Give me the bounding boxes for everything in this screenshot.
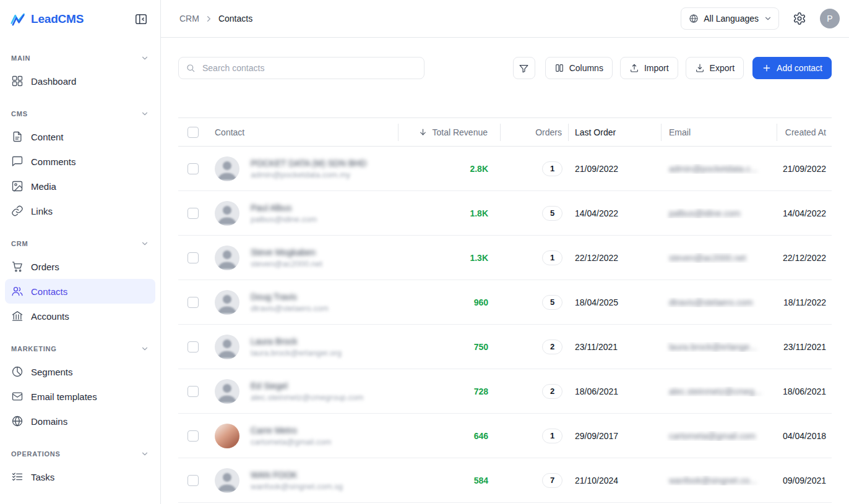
chevron-down-icon [140,54,149,62]
sidebar-item-segments[interactable]: Segments [5,359,155,384]
contact-email: wanfook@singnet.com.sg [251,482,343,491]
import-button[interactable]: Import [620,57,678,79]
columns-icon [554,63,564,73]
sidebar-item-dashboard[interactable]: Dashboard [5,69,155,93]
contact-avatar [215,290,239,315]
sidebar-item-comments[interactable]: Comments [5,149,155,174]
sidebar-collapse-button[interactable] [132,10,150,28]
total-revenue-value: 584 [399,476,501,485]
created-at-date: 22/12/2022 [777,253,832,263]
contact-name: WAN FOOK [251,470,343,480]
column-header-email[interactable]: Email [662,124,777,141]
add-contact-button-label: Add contact [777,63,822,73]
orders-badge: 1 [542,429,562,443]
app-logo[interactable]: LeadCMS [10,11,84,27]
column-header-contact[interactable]: Contact [207,124,399,141]
row-checkbox[interactable] [187,163,199,174]
sidebar-item-orders[interactable]: Orders [5,254,155,279]
table-row[interactable]: Ed Siegel alec.steinmetz@cmegroup.com 72… [178,369,832,414]
import-button-label: Import [644,63,669,73]
contact-email: palbus@idine.com [251,215,317,224]
row-checkbox[interactable] [187,208,199,219]
last-order-date: 21/10/2024 [569,476,662,485]
row-checkbox[interactable] [187,341,199,352]
breadcrumb-current: Contacts [218,14,252,23]
column-header-label: Total Revenue [432,127,488,137]
sidebar-nav: MAIN Dashboard CMS Content Comments Medi… [0,38,160,489]
sidebar-section: CRM Orders Contacts Accounts [5,239,155,328]
row-checkbox[interactable] [187,475,199,486]
document-icon [11,130,24,143]
sidebar-section: OPERATIONS Tasks [5,450,155,489]
sidebar-section-label: OPERATIONS [11,450,61,458]
created-at-date: 14/04/2022 [777,208,832,218]
table-row[interactable]: Doug Travis dtravis@stelaero.com 960 5 1… [178,280,832,325]
export-button-label: Export [710,63,735,73]
orders-badge: 1 [542,161,562,176]
contacts-table-body: POCKET DATA (M) SDN BHD admin@pocketdata… [178,147,832,503]
sidebar-item-media[interactable]: Media [5,174,155,199]
filter-button[interactable] [513,57,535,79]
user-avatar[interactable]: P [820,9,840,28]
table-row[interactable]: Steve Mogkaben steven@ac2000.net 1.3K 1 … [178,236,832,280]
table-row[interactable]: Laura Brock laura.brock@erlanger.org 750… [178,325,832,369]
chevron-down-icon [140,109,149,118]
row-checkbox[interactable] [187,252,199,263]
sidebar-section-header[interactable]: CRM [5,239,155,248]
email-value: cartometa@gmail.com [669,431,756,441]
columns-button[interactable]: Columns [545,57,613,79]
search-input[interactable] [178,57,424,79]
breadcrumb-parent[interactable]: CRM [179,14,199,23]
sidebar-section-header[interactable]: MARKETING [5,344,155,353]
sidebar-section-header[interactable]: MAIN [5,54,155,62]
settings-button[interactable] [790,9,809,28]
total-revenue-value: 960 [399,297,501,307]
column-header-orders[interactable]: Orders [501,124,569,141]
sidebar-section-header[interactable]: OPERATIONS [5,450,155,458]
globe-icon [689,14,699,23]
sidebar: LeadCMS MAIN Dashboard CMS [0,0,161,504]
sidebar-section-label: CMS [11,110,28,117]
sidebar-item-contacts[interactable]: Contacts [5,279,155,304]
last-order-date: 29/09/2017 [569,431,662,441]
column-header-last-order[interactable]: Last Order [569,124,662,141]
upload-icon [629,63,639,73]
orders-badge: 7 [542,473,562,488]
contact-email: steven@ac2000.net [251,259,322,268]
sidebar-item-links[interactable]: Links [5,199,155,223]
total-revenue-value: 1.3K [399,253,501,263]
last-order-date: 22/12/2022 [569,253,662,263]
last-order-date: 14/04/2022 [569,208,662,218]
export-button[interactable]: Export [686,57,744,79]
last-order-date: 21/09/2022 [569,164,662,174]
sidebar-section: MAIN Dashboard [5,54,155,93]
created-at-date: 09/09/2021 [777,476,832,485]
add-contact-button[interactable]: Add contact [752,57,832,79]
column-header-label: Last Order [575,127,616,137]
sidebar-item-domains[interactable]: Domains [5,409,155,434]
row-checkbox[interactable] [187,386,199,397]
column-header-total-revenue[interactable]: Total Revenue [399,124,501,141]
plus-icon [762,63,772,73]
row-checkbox[interactable] [187,430,199,442]
email-value: wanfook@singnet.co... [669,476,757,485]
contact-email: admin@pocketdata.com.my [251,170,366,179]
sidebar-item-email-templates[interactable]: Email templates [5,384,155,409]
last-order-date: 18/04/2025 [569,297,662,307]
select-all-checkbox[interactable] [187,127,199,138]
total-revenue-value: 750 [399,342,501,352]
columns-button-label: Columns [569,63,603,73]
total-revenue-value: 646 [399,431,501,441]
table-row[interactable]: POCKET DATA (M) SDN BHD admin@pocketdata… [178,147,832,191]
sidebar-section-header[interactable]: CMS [5,109,155,118]
table-row[interactable]: Paul Albus palbus@idine.com 1.8K 5 14/04… [178,191,832,236]
contact-name: Ed Siegel [251,381,363,391]
column-header-created-at[interactable]: Created At [777,124,832,141]
language-selector[interactable]: All Languages [681,7,779,30]
row-checkbox[interactable] [187,297,199,308]
sidebar-item-content[interactable]: Content [5,124,155,149]
table-row[interactable]: Carre Metro cartometa@gmail.com 646 1 29… [178,414,832,458]
sidebar-item-accounts[interactable]: Accounts [5,304,155,328]
table-row[interactable]: WAN FOOK wanfook@singnet.com.sg 584 7 21… [178,458,832,503]
sidebar-item-tasks[interactable]: Tasks [5,464,155,489]
